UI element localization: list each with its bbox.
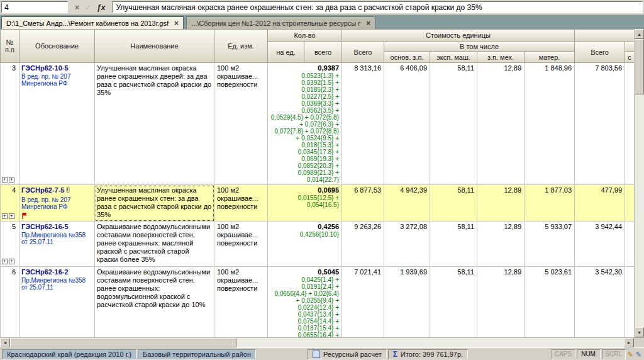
cell-name[interactable]: Улучшенная масляная окраска ранее окраше… [95, 63, 214, 185]
cell-unit[interactable]: 100 м2окрашивае...поверхности [214, 185, 268, 222]
cell-unit[interactable]: 100 м2окрашивае...поверхности [214, 267, 268, 338]
pencil-icon[interactable]: ✎ [628, 349, 633, 359]
expand-plus-icon[interactable]: + [2, 259, 8, 264]
cell-unit-cost-total[interactable]: 6 877,53 [342, 185, 384, 222]
cell-quantity[interactable]: 0,0695 0,0155{12.5} + 0,054{16.5} [268, 185, 342, 222]
cell-unit[interactable]: 100 м2окрашивае...поверхности [214, 222, 268, 267]
document-tab-bar: D:\1_Сметы Андр...\Ремонт кабинетов на 2… [0, 15, 644, 29]
pencil-icon[interactable]: ✎ [636, 349, 641, 359]
estimate-row-4[interactable]: 4 + + ГЭСНр62-7-5 В ред. пр. № 207Минрег… [1, 185, 635, 222]
cell-num[interactable]: 6 + + [1, 267, 19, 338]
cell-num[interactable]: 5 + + [1, 222, 19, 267]
cell-name[interactable]: Улучшенная масляная окраска ранее окраше… [95, 185, 214, 222]
quantity-formula: 0,0425{1.4} + 0,0191{2.4} + 0,0656{4.4} … [270, 276, 339, 337]
cell-justification[interactable]: ГЭСНр62-7-5 В ред. пр. № 207Минрегиона Р… [19, 185, 95, 222]
cell-machines[interactable]: 58,11 [430, 222, 477, 267]
expand-plus-icon[interactable]: + [9, 213, 14, 219]
horizontal-scroll-track[interactable] [236, 338, 624, 347]
row-number: 4 [12, 186, 16, 194]
cell-row-total[interactable]: 3 542,30 [575, 267, 625, 338]
tab-close-icon[interactable]: × [366, 20, 370, 27]
vertical-scrollbar[interactable]: ▲ ▼ [634, 29, 644, 337]
cell-num[interactable]: 3 + + [1, 63, 19, 185]
horizontal-scrollbar[interactable]: ◄ ► [0, 338, 634, 347]
cell-overflow[interactable] [625, 267, 634, 338]
cell-mech-salary[interactable]: 12,89 [477, 185, 525, 222]
expand-plus-icon[interactable]: + [2, 213, 8, 219]
cell-overflow[interactable] [625, 63, 634, 185]
cell-name[interactable]: Окрашивание водоэмульсионными составами … [95, 222, 214, 267]
col-header-qty-total: всего [304, 42, 342, 63]
cell-row-total[interactable]: 7 803,56 [575, 63, 625, 185]
vertical-scroll-thumb[interactable] [635, 39, 644, 94]
enter-icon[interactable]: ✓ [85, 2, 91, 13]
row-number: 3 [12, 64, 16, 72]
cell-mech-salary[interactable]: 12,89 [477, 267, 525, 338]
cell-machines[interactable]: 58,11 [430, 267, 477, 338]
tab-estimate-document[interactable]: D:\1_Сметы Андр...\Ремонт кабинетов на 2… [1, 16, 184, 29]
estimate-row-3[interactable]: 3 + + ГЭСНр62-10-5 В ред. пр. № 207Минре… [1, 63, 635, 185]
scroll-up-icon[interactable]: ▲ [635, 29, 644, 39]
scroll-right-icon[interactable]: ► [624, 338, 634, 347]
formula-buttons: × ✓ ƒx [69, 2, 111, 13]
cell-unit[interactable]: 100 м2окрашивае...поверхности [214, 63, 268, 185]
cell-machines[interactable]: 58,11 [430, 185, 477, 222]
cancel-icon[interactable]: × [75, 2, 79, 13]
cell-unit-cost-total[interactable]: 8 313,16 [342, 63, 384, 185]
cell-justification[interactable]: ГЭСНр62-16-2 Пр.Минрегиона №358от 25.07.… [19, 267, 95, 338]
cell-row-total[interactable]: 3 942,44 [575, 222, 625, 267]
cell-base-salary[interactable]: 6 406,09 [384, 63, 430, 185]
cell-base-salary[interactable]: 4 942,39 [384, 185, 430, 222]
cell-row-total[interactable]: 477,99 [575, 185, 625, 222]
estimate-grid: № п.п Обоснование Наименование Ед. изм. … [0, 29, 634, 337]
tab-label: ...\Сборник цен №1-2012 на строительные … [191, 20, 360, 27]
cell-unit-cost-total[interactable]: 9 263,26 [342, 222, 384, 267]
cell-mech-salary[interactable]: 12,89 [477, 63, 525, 185]
norm-code: ГЭСНр62-7-5 [21, 186, 64, 194]
quantity-formula: 0,0155{12.5} + 0,054{16.5} [270, 194, 339, 208]
caps-indicator: CAPS [552, 349, 575, 359]
cell-justification[interactable]: ГЭСНр62-10-5 В ред. пр. № 207Минрегиона … [19, 63, 95, 185]
cell-num[interactable]: 4 + + [1, 185, 19, 222]
norm-note: Пр.Минрегиона №358от 25.07.11 [21, 277, 92, 291]
cell-materials[interactable]: 1 848,96 [525, 63, 575, 185]
formula-input[interactable] [112, 1, 643, 13]
cell-materials[interactable]: 5 023,61 [525, 267, 575, 338]
estimate-row-6[interactable]: 6 + + ГЭСНр62-16-2 Пр.Минрегиона №358от … [1, 267, 635, 338]
scroll-left-icon[interactable]: ◄ [0, 338, 10, 347]
cell-quantity[interactable]: 0,4256 0,4256{10.10} [268, 222, 342, 267]
expand-plus-icon[interactable]: + [9, 259, 14, 264]
cell-mech-salary[interactable]: 12,89 [477, 222, 525, 267]
scrollbar-corner [634, 338, 644, 347]
insert-function-icon[interactable]: ƒx [97, 2, 105, 13]
cell-base-salary[interactable]: 1 939,69 [384, 267, 430, 338]
cell-quantity[interactable]: 0,5045 0,0425{1.4} + 0,0191{2.4} + 0,065… [268, 267, 342, 338]
tab-price-collection[interactable]: ...\Сборник цен №1-2012 на строительные … [186, 16, 375, 29]
vertical-scroll-track[interactable] [635, 94, 644, 327]
row-expanders: + + [2, 177, 14, 183]
tab-close-icon[interactable]: × [174, 20, 179, 27]
expand-plus-icon[interactable]: + [2, 177, 8, 183]
norm-code: ГЭСНр62-16-2 [21, 268, 69, 276]
cell-justification[interactable]: ГЭСНр62-16-5 Пр.Минрегиона №358от 25.07.… [19, 222, 95, 267]
scroll-down-icon[interactable]: ▼ [635, 327, 644, 337]
estimate-table: № п.п Обоснование Наименование Ед. изм. … [0, 29, 634, 337]
cell-unit-cost-total[interactable]: 7 021,41 [342, 267, 384, 338]
cell-machines[interactable]: 58,11 [430, 63, 477, 185]
expand-plus-icon[interactable]: + [9, 177, 14, 183]
cell-materials[interactable]: 5 933,07 [525, 222, 575, 267]
cell-quantity[interactable]: 0,9387 0,0523{1.3} + 0,0392{1.5} + 0,018… [268, 63, 342, 185]
col-header-cut-group [575, 30, 634, 42]
norm-code: ГЭСНр62-16-5 [21, 223, 69, 230]
col-header-unit-cost-group: Стоимость единицы [342, 30, 575, 42]
estimate-row-5[interactable]: 5 + + ГЭСНр62-16-5 Пр.Минрегиона №358от … [1, 222, 635, 267]
cell-materials[interactable]: 1 877,03 [525, 185, 575, 222]
cell-name[interactable]: Окрашивание водоэмульсионными составами … [95, 267, 214, 338]
cell-overflow[interactable] [625, 222, 634, 267]
cell-reference-input[interactable] [1, 1, 68, 13]
quantity-formula: 0,0523{1.3} + 0,0392{1.5} + 0,0185{2.3} … [270, 72, 339, 183]
col-header-base-salary: основ. з.п. [384, 52, 430, 63]
cell-base-salary[interactable]: 3 272,08 [384, 222, 430, 267]
cell-overflow[interactable] [625, 185, 634, 222]
horizontal-scroll-thumb[interactable] [10, 338, 236, 347]
